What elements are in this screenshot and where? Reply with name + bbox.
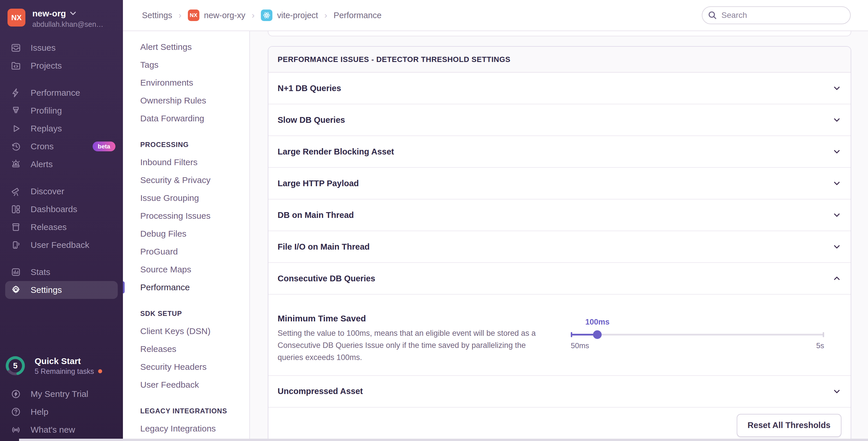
org-name[interactable]: new-org <box>32 9 66 19</box>
settings-nav-header-sdk-setup: SDK SETUP <box>123 305 249 322</box>
sidebar-item-projects[interactable]: Projects <box>0 57 123 75</box>
accordion-row-label: File I/O on Main Thread <box>278 242 370 251</box>
settings-nav-inbound-filters[interactable]: Inbound Filters <box>123 154 249 171</box>
accordion-row-label: Consecutive DB Queries <box>278 274 375 283</box>
accordion-row-consecutive-db-queries[interactable]: Consecutive DB Queries <box>268 263 851 295</box>
sidebar-item-issues[interactable]: Issues <box>0 39 123 57</box>
chevron-down-icon <box>832 83 841 93</box>
accordion-row-db-on-main-thread[interactable]: DB on Main Thread <box>268 199 851 231</box>
settings-nav-debug-files[interactable]: Debug Files <box>123 225 249 243</box>
accordion-row-label: Large Render Blocking Asset <box>278 147 394 157</box>
settings-nav: Alert Settings Tags Environments Ownersh… <box>123 31 250 441</box>
accordion-row-file-io-on-main-thread[interactable]: File I/O on Main Thread <box>268 231 851 263</box>
sidebar-item-alerts[interactable]: Alerts <box>0 155 123 173</box>
sidebar-item-label: Issues <box>31 43 56 53</box>
broadcast-icon <box>10 424 21 435</box>
breadcrumb-current: Performance <box>334 11 381 20</box>
breadcrumb-project[interactable]: vite-project <box>261 9 318 21</box>
settings-nav-alert-settings[interactable]: Alert Settings <box>123 38 249 56</box>
sidebar-item-label: User Feedback <box>31 240 89 250</box>
viewport-bottom-edge <box>19 439 868 441</box>
settings-nav-header-legacy: LEGACY INTEGRATIONS <box>123 402 249 420</box>
breadcrumb-project-label: vite-project <box>277 11 318 20</box>
sidebar-item-stats[interactable]: Stats <box>0 263 123 281</box>
search-input[interactable] <box>702 6 851 24</box>
setting-description: Setting the value to 100ms, means that a… <box>278 328 549 364</box>
sidebar-item-my-sentry-trial[interactable]: My Sentry Trial <box>0 385 123 403</box>
sidebar-item-settings[interactable]: Settings <box>5 281 118 299</box>
settings-nav-security-headers[interactable]: Security Headers <box>123 358 249 376</box>
sidebar-item-label: Stats <box>31 267 50 277</box>
org-avatar[interactable]: NX <box>7 9 25 27</box>
settings-nav-processing-issues[interactable]: Processing Issues <box>123 207 249 225</box>
sidebar-item-performance[interactable]: Performance <box>0 84 123 102</box>
settings-nav-header-processing: PROCESSING <box>123 136 249 154</box>
primary-sidebar: NX new-org abdullah.khan@sen… Issues Pro… <box>0 0 123 441</box>
sidebar-item-crons[interactable]: Crons beta <box>0 137 123 155</box>
org-switcher[interactable]: NX new-org abdullah.khan@sen… <box>0 0 123 29</box>
projects-icon <box>10 60 21 71</box>
settings-nav-client-keys[interactable]: Client Keys (DSN) <box>123 322 249 340</box>
accordion-row-slow-db-queries[interactable]: Slow DB Queries <box>268 104 851 136</box>
quick-start-progress-ring: 5 <box>5 356 25 376</box>
breadcrumb-separator-icon: › <box>252 10 254 20</box>
reset-all-thresholds-button[interactable]: Reset All Thresholds <box>737 414 841 437</box>
settings-nav-proguard[interactable]: ProGuard <box>123 243 249 261</box>
chevron-down-icon <box>832 115 841 125</box>
sidebar-item-label: Crons <box>31 141 54 151</box>
sidebar-item-replays[interactable]: Replays <box>0 120 123 137</box>
detector-threshold-panel: PERFORMANCE ISSUES - DETECTOR THRESHOLD … <box>268 46 851 441</box>
sidebar-item-profiling[interactable]: Profiling <box>0 102 123 120</box>
quick-start[interactable]: 5 Quick Start 5 Remaining tasks <box>0 356 123 385</box>
telescope-icon <box>10 186 21 197</box>
sentry-app: NX new-org abdullah.khan@sen… Issues Pro… <box>0 0 868 441</box>
breadcrumb: Settings › NX new-org-xy › vite-project <box>142 9 381 21</box>
setting-title: Minimum Time Saved <box>278 314 554 324</box>
chevron-down-icon <box>832 147 841 156</box>
sidebar-item-whats-new[interactable]: What's new <box>0 421 123 439</box>
settings-nav-releases[interactable]: Releases <box>123 340 249 358</box>
sidebar-item-label: Performance <box>31 88 80 98</box>
primary-nav: Issues Projects Performance Profiling <box>0 39 123 299</box>
settings-nav-legacy-integrations[interactable]: Legacy Integrations <box>123 420 249 438</box>
sidebar-item-user-feedback[interactable]: User Feedback <box>0 236 123 254</box>
sidebar-item-dashboards[interactable]: Dashboards <box>0 200 123 218</box>
sidebar-item-releases[interactable]: Releases <box>0 218 123 236</box>
chevron-down-icon <box>832 179 841 188</box>
accordion-row-large-render-blocking-asset[interactable]: Large Render Blocking Asset <box>268 136 851 168</box>
bolt-circle-icon <box>10 388 21 400</box>
accordion-row-label: Uncompressed Asset <box>278 386 363 396</box>
sidebar-item-help[interactable]: Help <box>0 403 123 421</box>
quick-start-count: 5 <box>5 356 25 376</box>
breadcrumb-org[interactable]: NX new-org-xy <box>188 9 245 21</box>
breadcrumb-settings[interactable]: Settings <box>142 11 172 20</box>
settings-nav-ownership-rules[interactable]: Ownership Rules <box>123 92 249 109</box>
settings-nav-data-forwarding[interactable]: Data Forwarding <box>123 109 249 127</box>
chevron-down-icon <box>70 11 76 15</box>
accordion-row-uncompressed-asset[interactable]: Uncompressed Asset <box>268 376 851 408</box>
breadcrumb-separator-icon: › <box>179 10 182 20</box>
panel-footer: Reset All Thresholds <box>268 408 851 441</box>
dashboard-icon <box>10 204 21 215</box>
slider-thumb[interactable] <box>593 330 602 339</box>
slider-value-label: 100ms <box>585 318 610 327</box>
settings-nav-performance[interactable]: Performance <box>123 278 249 296</box>
settings-nav-issue-grouping[interactable]: Issue Grouping <box>123 189 249 207</box>
accordion-row-n-plus-one-db-queries[interactable]: N+1 DB Queries <box>268 73 851 104</box>
settings-nav-security-privacy[interactable]: Security & Privacy <box>123 171 249 189</box>
previous-panel-edge <box>268 31 851 36</box>
chevron-up-icon <box>832 274 841 283</box>
search-box <box>702 6 851 24</box>
settings-nav-source-maps[interactable]: Source Maps <box>123 261 249 278</box>
threshold-slider: 100ms 50ms 5s <box>571 314 824 364</box>
sidebar-item-label: Help <box>31 407 49 417</box>
settings-nav-user-feedback[interactable]: User Feedback <box>123 376 249 394</box>
settings-nav-environments[interactable]: Environments <box>123 74 249 92</box>
sidebar-item-discover[interactable]: Discover <box>0 182 123 200</box>
accordion-row-large-http-payload[interactable]: Large HTTP Payload <box>268 168 851 199</box>
gear-icon <box>10 284 21 296</box>
sidebar-item-label: Alerts <box>31 159 53 169</box>
settings-nav-tags[interactable]: Tags <box>123 56 249 74</box>
slider-track[interactable] <box>571 334 824 336</box>
sidebar-item-label: Discover <box>31 186 64 196</box>
